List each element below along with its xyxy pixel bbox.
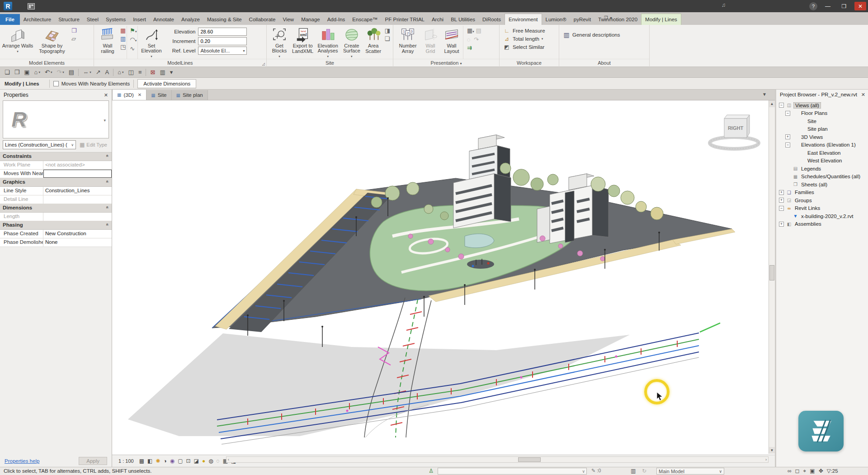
- tree-item[interactable]: Site: [776, 117, 868, 125]
- tree-item[interactable]: − Floor Plans: [776, 109, 868, 118]
- tree-item[interactable]: East Elevation: [776, 149, 868, 157]
- worksharing-display-icon[interactable]: ◍: [208, 458, 214, 464]
- property-row[interactable]: Detail Line: [0, 195, 112, 204]
- property-row[interactable]: Graphics: [0, 178, 112, 187]
- measure-icon[interactable]: ⇔: [81, 69, 93, 76]
- color-blocks-icon[interactable]: ❒: [71, 28, 77, 34]
- property-row[interactable]: Dimensions: [0, 204, 112, 213]
- select-links-icon[interactable]: ∞: [788, 468, 792, 474]
- scroll-up-arrow[interactable]: ▲: [769, 100, 775, 107]
- thin-lines-icon[interactable]: ≡: [137, 69, 144, 76]
- property-value[interactable]: [25, 221, 112, 229]
- free-measure-button[interactable]: ∟ Free Measure: [501, 27, 557, 35]
- visual-style-icon[interactable]: ◧: [146, 458, 153, 464]
- increment-input[interactable]: [198, 37, 247, 45]
- ribbon-tab[interactable]: PF Printer TRIAL: [382, 14, 428, 25]
- tree-item[interactable]: Site plan: [776, 125, 868, 133]
- tree-expander-icon[interactable]: +: [779, 222, 784, 227]
- tree-item[interactable]: − Revit Links: [776, 204, 868, 213]
- print-icon[interactable]: ▤: [67, 69, 76, 76]
- horizontal-scrollbar[interactable]: ‹ ›: [226, 456, 769, 463]
- ref-level-select[interactable]: Absolute El... ▾: [198, 47, 247, 55]
- ribbon-tab[interactable]: DiRoots: [479, 14, 505, 25]
- tree-expander-icon[interactable]: +: [779, 190, 784, 195]
- tree-item[interactable]: Schedules/Quantities (all): [776, 173, 868, 181]
- railing-wall-icon[interactable]: ▥: [120, 36, 126, 42]
- scroll-down-arrow[interactable]: ▼: [769, 447, 775, 454]
- slope-ruler-icon[interactable]: ▱: [71, 36, 77, 42]
- total-length-button[interactable]: ⊿ Total length ▾: [501, 35, 557, 43]
- ribbon-tab[interactable]: Manage: [297, 14, 324, 25]
- moves-with-nearby-checkbox[interactable]: Moves With Nearby Elements: [53, 81, 130, 86]
- property-row[interactable]: Moves With Nearb...: [0, 170, 112, 178]
- double-arrow-icon[interactable]: ⇉: [467, 45, 481, 51]
- shape-by-topography-button[interactable]: Shape by Topography: [33, 26, 71, 59]
- set-elevation-button[interactable]: Set Elevation ▾: [137, 26, 165, 59]
- property-value[interactable]: None: [43, 238, 112, 247]
- pin-line-icon[interactable]: ⚑▾: [130, 28, 137, 35]
- sync-icon[interactable]: ⌂: [33, 69, 42, 76]
- tree-expander-icon[interactable]: +: [779, 198, 784, 203]
- tree-expander-icon[interactable]: −: [779, 206, 784, 211]
- default-3d-view-icon[interactable]: ⌂: [116, 69, 125, 76]
- detail-level-icon[interactable]: ▩: [138, 458, 145, 464]
- site-model-view[interactable]: [112, 100, 769, 454]
- tree-expander-icon[interactable]: −: [785, 111, 790, 116]
- panel-dropdown-icon[interactable]: ▾: [460, 62, 462, 66]
- tab-list-icon[interactable]: ▼: [762, 92, 767, 97]
- scroll-left-arrow[interactable]: ‹: [228, 457, 229, 462]
- property-value[interactable]: <not associated>: [43, 161, 112, 169]
- close-icon[interactable]: ✕: [104, 92, 108, 98]
- tree-expander-icon[interactable]: +: [785, 134, 790, 139]
- type-preview[interactable]: R ▾: [3, 100, 109, 138]
- tree-expander-icon[interactable]: −: [785, 142, 790, 147]
- ribbon-tab[interactable]: Architecture: [20, 14, 55, 25]
- ribbon-tab[interactable]: Steel: [83, 14, 102, 25]
- sheets-stack-icon[interactable]: ❏: [385, 36, 390, 42]
- ribbon-tab[interactable]: View: [279, 14, 297, 25]
- revit-logo-icon[interactable]: R: [4, 2, 12, 10]
- property-row[interactable]: Line Style Construction_Lines: [0, 187, 112, 195]
- help-icon[interactable]: ?: [809, 2, 817, 10]
- ribbon-tab[interactable]: Structure: [55, 14, 83, 25]
- ribbon-tab[interactable]: Environment: [505, 14, 542, 25]
- property-row[interactable]: Phase Demolished None: [0, 238, 112, 247]
- property-row[interactable]: Constraints: [0, 152, 112, 161]
- ribbon-tab[interactable]: Add-Ins: [324, 14, 349, 25]
- property-value[interactable]: Construction_Lines: [43, 187, 112, 195]
- get-blocks-button[interactable]: Get Blocks ▾: [269, 26, 290, 59]
- open-file-icon[interactable]: ❒: [13, 69, 22, 76]
- wall-railing-button[interactable]: Wall railing: [96, 26, 119, 59]
- arc-point-icon[interactable]: ◠▾: [130, 37, 137, 44]
- scroll-right-arrow[interactable]: ›: [765, 457, 767, 462]
- tree-item[interactable]: − Elevations (Elevation 1): [776, 141, 868, 149]
- scale-button[interactable]: 1 : 100: [112, 458, 138, 464]
- elevation-analyses-button[interactable]: Elevation Analyses ▾: [315, 26, 340, 59]
- ribbon-tab[interactable]: Archi: [428, 14, 447, 25]
- close-tab-icon[interactable]: ✕: [138, 92, 142, 97]
- general-descriptions-button[interactable]: ▥ General descriptions: [561, 30, 622, 39]
- editable-only-filter[interactable]: ✎ :0: [591, 468, 601, 474]
- close-hidden-windows-icon[interactable]: ⊠: [148, 69, 157, 76]
- frame-icon[interactable]: ▦▾ ▤: [467, 28, 481, 35]
- apply-button[interactable]: Apply: [79, 457, 107, 465]
- view-tab-3d[interactable]: ▦ (3D) ✕: [112, 89, 146, 100]
- temporary-view-properties-icon[interactable]: ◌: [216, 458, 221, 464]
- section-icon[interactable]: ◫: [127, 69, 136, 76]
- checkbox-icon[interactable]: [53, 81, 59, 86]
- design-option-select[interactable]: Main Model ∨: [656, 468, 724, 475]
- export-landxml-button[interactable]: land xml Export to LandXML: [290, 26, 316, 59]
- maximize-button[interactable]: ❒: [838, 2, 850, 10]
- panel-expand-icon[interactable]: ◿: [262, 62, 265, 66]
- number-array-button[interactable]: 1 2 3 Number Array: [395, 26, 420, 59]
- close-icon[interactable]: ✕: [861, 92, 865, 98]
- tree-item[interactable]: x-building-2020_v.2.rvt: [776, 212, 868, 220]
- separator[interactable]: [113, 69, 113, 76]
- property-value[interactable]: [43, 195, 112, 204]
- ribbon-tab[interactable]: Lumion®: [542, 14, 570, 25]
- temporary-hide-isolate-icon[interactable]: ◪: [193, 458, 200, 464]
- property-value[interactable]: [27, 178, 112, 186]
- close-button[interactable]: ✕: [854, 2, 866, 10]
- ribbon-tab[interactable]: BL Utilities: [447, 14, 479, 25]
- vertical-scrollbar[interactable]: ▲ ▼: [769, 100, 775, 454]
